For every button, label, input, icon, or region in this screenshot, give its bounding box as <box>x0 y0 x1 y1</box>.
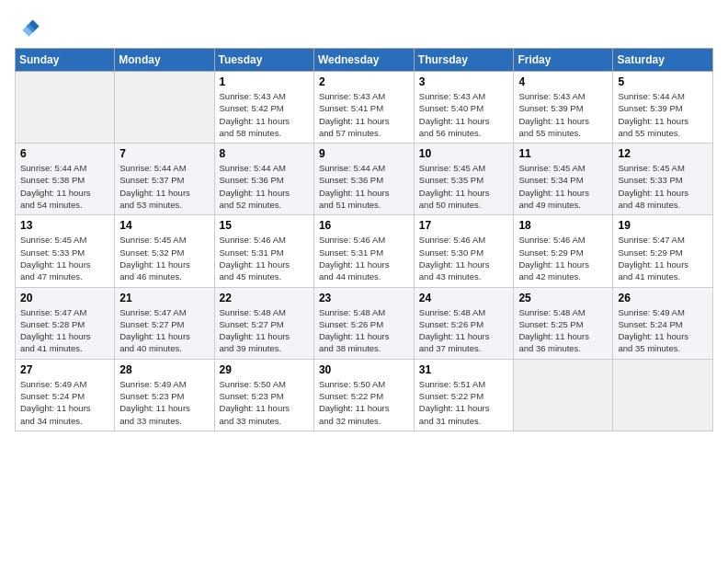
day-cell <box>16 72 115 144</box>
day-number: 28 <box>119 363 209 376</box>
day-cell: 24Sunrise: 5:48 AM Sunset: 5:26 PM Dayli… <box>414 287 514 359</box>
day-cell: 18Sunrise: 5:46 AM Sunset: 5:29 PM Dayli… <box>514 215 613 287</box>
weekday-header-friday: Friday <box>514 49 613 72</box>
day-cell: 5Sunrise: 5:44 AM Sunset: 5:39 PM Daylig… <box>613 72 713 144</box>
day-cell: 26Sunrise: 5:49 AM Sunset: 5:24 PM Dayli… <box>613 287 713 359</box>
day-cell: 13Sunrise: 5:45 AM Sunset: 5:33 PM Dayli… <box>16 215 115 287</box>
day-number: 15 <box>220 219 309 232</box>
day-info: Sunrise: 5:47 AM Sunset: 5:29 PM Dayligh… <box>618 234 708 282</box>
day-info: Sunrise: 5:47 AM Sunset: 5:28 PM Dayligh… <box>20 306 109 355</box>
day-number: 27 <box>20 363 109 376</box>
day-number: 18 <box>518 219 608 232</box>
day-number: 13 <box>20 219 109 232</box>
day-cell: 9Sunrise: 5:44 AM Sunset: 5:36 PM Daylig… <box>313 144 414 215</box>
day-info: Sunrise: 5:49 AM Sunset: 5:23 PM Dayligh… <box>119 378 209 427</box>
day-cell: 11Sunrise: 5:45 AM Sunset: 5:34 PM Dayli… <box>514 144 613 215</box>
day-number: 14 <box>119 219 209 232</box>
weekday-header-sunday: Sunday <box>16 49 115 72</box>
day-number: 30 <box>319 363 409 376</box>
day-info: Sunrise: 5:47 AM Sunset: 5:27 PM Dayligh… <box>119 306 209 355</box>
day-info: Sunrise: 5:49 AM Sunset: 5:24 PM Dayligh… <box>20 378 109 427</box>
day-cell: 7Sunrise: 5:44 AM Sunset: 5:37 PM Daylig… <box>115 144 214 215</box>
day-cell: 16Sunrise: 5:46 AM Sunset: 5:31 PM Dayli… <box>313 215 414 287</box>
day-number: 4 <box>518 75 608 88</box>
day-cell: 27Sunrise: 5:49 AM Sunset: 5:24 PM Dayli… <box>16 359 115 431</box>
day-cell: 17Sunrise: 5:46 AM Sunset: 5:30 PM Dayli… <box>414 215 514 287</box>
day-info: Sunrise: 5:44 AM Sunset: 5:39 PM Dayligh… <box>618 90 708 139</box>
day-number: 5 <box>618 75 708 88</box>
day-cell: 14Sunrise: 5:45 AM Sunset: 5:32 PM Dayli… <box>115 215 214 287</box>
day-info: Sunrise: 5:50 AM Sunset: 5:23 PM Dayligh… <box>220 378 309 427</box>
day-number: 7 <box>119 147 209 160</box>
day-info: Sunrise: 5:46 AM Sunset: 5:31 PM Dayligh… <box>220 234 309 282</box>
day-number: 1 <box>220 75 309 88</box>
day-cell: 20Sunrise: 5:47 AM Sunset: 5:28 PM Dayli… <box>16 287 115 359</box>
day-number: 25 <box>518 292 608 304</box>
day-number: 23 <box>319 292 409 304</box>
weekday-header-saturday: Saturday <box>613 49 713 72</box>
weekday-header-row: SundayMondayTuesdayWednesdayThursdayFrid… <box>16 49 713 72</box>
day-number: 31 <box>419 363 509 376</box>
day-number: 11 <box>518 147 608 160</box>
day-cell: 31Sunrise: 5:51 AM Sunset: 5:22 PM Dayli… <box>414 359 514 431</box>
day-number: 26 <box>618 292 708 304</box>
day-info: Sunrise: 5:45 AM Sunset: 5:32 PM Dayligh… <box>119 234 209 282</box>
day-cell <box>514 359 613 431</box>
day-number: 22 <box>220 292 309 304</box>
day-info: Sunrise: 5:45 AM Sunset: 5:33 PM Dayligh… <box>20 234 109 282</box>
day-info: Sunrise: 5:43 AM Sunset: 5:40 PM Dayligh… <box>419 90 509 139</box>
day-info: Sunrise: 5:44 AM Sunset: 5:38 PM Dayligh… <box>20 162 109 211</box>
day-info: Sunrise: 5:44 AM Sunset: 5:36 PM Dayligh… <box>220 162 309 211</box>
weekday-header-monday: Monday <box>115 49 214 72</box>
day-info: Sunrise: 5:51 AM Sunset: 5:22 PM Dayligh… <box>419 378 509 427</box>
day-info: Sunrise: 5:48 AM Sunset: 5:27 PM Dayligh… <box>220 306 309 355</box>
day-info: Sunrise: 5:45 AM Sunset: 5:34 PM Dayligh… <box>518 162 608 211</box>
weekday-header-thursday: Thursday <box>414 49 514 72</box>
day-number: 19 <box>618 219 708 232</box>
day-info: Sunrise: 5:43 AM Sunset: 5:39 PM Dayligh… <box>518 90 608 139</box>
week-row-2: 6Sunrise: 5:44 AM Sunset: 5:38 PM Daylig… <box>16 144 713 215</box>
day-info: Sunrise: 5:45 AM Sunset: 5:33 PM Dayligh… <box>618 162 708 211</box>
weekday-header-tuesday: Tuesday <box>214 49 313 72</box>
day-cell: 8Sunrise: 5:44 AM Sunset: 5:36 PM Daylig… <box>214 144 313 215</box>
week-row-3: 13Sunrise: 5:45 AM Sunset: 5:33 PM Dayli… <box>16 215 713 287</box>
day-info: Sunrise: 5:43 AM Sunset: 5:41 PM Dayligh… <box>319 90 409 139</box>
week-row-5: 27Sunrise: 5:49 AM Sunset: 5:24 PM Dayli… <box>16 359 713 431</box>
day-cell: 4Sunrise: 5:43 AM Sunset: 5:39 PM Daylig… <box>514 72 613 144</box>
day-info: Sunrise: 5:44 AM Sunset: 5:36 PM Dayligh… <box>319 162 409 211</box>
day-info: Sunrise: 5:44 AM Sunset: 5:37 PM Dayligh… <box>119 162 209 211</box>
day-info: Sunrise: 5:48 AM Sunset: 5:25 PM Dayligh… <box>518 306 608 355</box>
day-number: 16 <box>319 219 409 232</box>
day-info: Sunrise: 5:46 AM Sunset: 5:29 PM Dayligh… <box>518 234 608 282</box>
day-cell: 29Sunrise: 5:50 AM Sunset: 5:23 PM Dayli… <box>214 359 313 431</box>
day-cell: 30Sunrise: 5:50 AM Sunset: 5:22 PM Dayli… <box>313 359 414 431</box>
day-cell: 3Sunrise: 5:43 AM Sunset: 5:40 PM Daylig… <box>414 72 514 144</box>
day-info: Sunrise: 5:49 AM Sunset: 5:24 PM Dayligh… <box>618 306 708 355</box>
day-cell: 22Sunrise: 5:48 AM Sunset: 5:27 PM Dayli… <box>214 287 313 359</box>
day-number: 6 <box>20 147 109 160</box>
day-cell <box>115 72 214 144</box>
calendar-table: SundayMondayTuesdayWednesdayThursdayFrid… <box>15 48 713 431</box>
day-cell: 21Sunrise: 5:47 AM Sunset: 5:27 PM Dayli… <box>115 287 214 359</box>
day-number: 17 <box>419 219 509 232</box>
day-number: 20 <box>20 292 109 304</box>
day-cell: 6Sunrise: 5:44 AM Sunset: 5:38 PM Daylig… <box>16 144 115 215</box>
day-info: Sunrise: 5:48 AM Sunset: 5:26 PM Dayligh… <box>319 306 409 355</box>
day-number: 21 <box>119 292 209 304</box>
day-info: Sunrise: 5:43 AM Sunset: 5:42 PM Dayligh… <box>220 90 309 139</box>
week-row-1: 1Sunrise: 5:43 AM Sunset: 5:42 PM Daylig… <box>16 72 713 144</box>
day-cell: 28Sunrise: 5:49 AM Sunset: 5:23 PM Dayli… <box>115 359 214 431</box>
day-info: Sunrise: 5:50 AM Sunset: 5:22 PM Dayligh… <box>319 378 409 427</box>
day-number: 10 <box>419 147 509 160</box>
day-number: 8 <box>220 147 309 160</box>
day-cell: 1Sunrise: 5:43 AM Sunset: 5:42 PM Daylig… <box>214 72 313 144</box>
day-number: 9 <box>319 147 409 160</box>
day-cell: 10Sunrise: 5:45 AM Sunset: 5:35 PM Dayli… <box>414 144 514 215</box>
day-number: 12 <box>618 147 708 160</box>
page-header <box>15 15 713 40</box>
day-cell: 12Sunrise: 5:45 AM Sunset: 5:33 PM Dayli… <box>613 144 713 215</box>
day-number: 3 <box>419 75 509 88</box>
day-info: Sunrise: 5:46 AM Sunset: 5:31 PM Dayligh… <box>319 234 409 282</box>
logo <box>15 15 44 40</box>
day-number: 29 <box>220 363 309 376</box>
